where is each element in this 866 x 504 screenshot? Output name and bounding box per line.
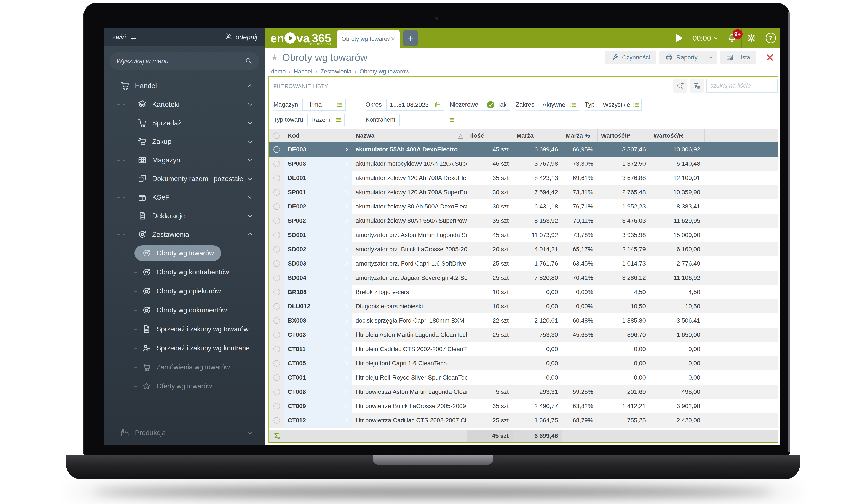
filter-columns-button[interactable]	[690, 79, 704, 93]
sidebar-item-dokumenty-razem-i-pozostałe[interactable]: Dokumenty razem i pozostałe	[104, 169, 265, 188]
new-tab-button[interactable]: +	[403, 30, 418, 46]
table-row[interactable]: CT005 filtr oleju ford Capri 1.6 CleanTe…	[269, 356, 778, 370]
zakres-picker[interactable]: Aktywne	[539, 99, 579, 111]
row-select-cell[interactable]	[269, 342, 284, 356]
table-row[interactable]: SD003 amortyzator prz. Ford Capri 1.6 So…	[269, 256, 778, 271]
sidebar-item-obroty-wg-towarów[interactable]: Obroty wg towarów	[104, 244, 265, 263]
row-select-cell[interactable]	[269, 171, 284, 185]
sidebar-item-sprzedaż[interactable]: Sprzedaż	[104, 114, 265, 132]
row-select-cell[interactable]	[269, 185, 284, 199]
sidebar-item-zakup[interactable]: Zakup	[104, 132, 265, 151]
table-row[interactable]: DE003 akumulator 55Ah 400A DexoElectro 4…	[269, 142, 778, 157]
row-expander[interactable]	[340, 228, 352, 242]
row-expander[interactable]	[340, 385, 352, 399]
tab-obroty-wg-towarow[interactable]: Obroty wg towarów	[337, 30, 400, 48]
sum-icon[interactable]	[269, 430, 284, 442]
column-header-marza[interactable]: Marża	[513, 129, 562, 142]
timer-control[interactable]: 00:00	[689, 28, 722, 48]
row-expander[interactable]	[340, 370, 352, 385]
column-header-wartosc-r[interactable]: Wartość/R	[650, 129, 704, 142]
row-expander[interactable]	[340, 214, 352, 228]
sidebar-item-zestawienia[interactable]: Zestawienia	[104, 225, 265, 244]
unpin-button[interactable]: odepnij	[225, 33, 257, 42]
column-header-nazwa[interactable]: Nazwa△	[352, 129, 467, 142]
row-expander[interactable]	[340, 399, 352, 413]
row-select-cell[interactable]	[269, 228, 284, 242]
row-select-cell[interactable]	[269, 370, 284, 385]
row-select-cell[interactable]	[269, 356, 284, 370]
table-row[interactable]: CT009 filtr powietrza Buick LaCrosse 200…	[269, 399, 778, 413]
sidebar-item-produkcja[interactable]: Produkcja	[104, 423, 265, 442]
row-select-cell[interactable]	[269, 199, 284, 214]
row-expander[interactable]	[340, 285, 352, 299]
row-select-cell[interactable]	[269, 242, 284, 256]
row-select-cell[interactable]	[269, 328, 284, 342]
raporty-dropdown[interactable]	[704, 51, 717, 64]
table-row[interactable]: SD002 amortyzator prz. Buick LaCrosse 20…	[269, 242, 778, 256]
sidebar-item-deklaracje[interactable]: Deklaracje	[104, 207, 265, 225]
table-row[interactable]: SP001 akumulator żelowy 120 Ah 700A Supe…	[269, 185, 778, 199]
raporty-button[interactable]: Raporty	[659, 51, 717, 64]
row-select-cell[interactable]	[269, 299, 284, 313]
sidebar-item-obroty-wg-opiekunów[interactable]: Obroty wg opiekunów	[104, 282, 265, 301]
row-select-cell[interactable]	[269, 142, 284, 157]
row-select-cell[interactable]	[269, 256, 284, 271]
table-row[interactable]: CT003 filtr oleju Aston Martin Lagonda C…	[269, 328, 778, 342]
column-header-ilosc[interactable]: Ilość	[467, 129, 513, 142]
breadcrumb-item[interactable]: Handel	[294, 68, 312, 75]
row-select-cell[interactable]	[269, 413, 284, 427]
help-button[interactable]: ?	[761, 28, 780, 48]
menu-search-box[interactable]	[109, 52, 259, 70]
row-select-cell[interactable]	[269, 285, 284, 299]
row-select-cell[interactable]	[269, 214, 284, 228]
row-expander[interactable]	[340, 342, 352, 356]
magazyn-picker[interactable]: Firma	[302, 99, 346, 111]
sidebar-item-oferty-wg-towarów[interactable]: Oferty wg towarów	[104, 377, 265, 396]
menu-search-input[interactable]	[116, 57, 245, 65]
row-expander[interactable]	[340, 157, 352, 171]
lista-button[interactable]: Lista	[720, 51, 756, 64]
table-row[interactable]: BR108 Brelok z logo e-cars 10 szt 0,00 0…	[269, 285, 778, 299]
table-row[interactable]: CT011 filtr oleju Cadillac CTS 2002-2007…	[269, 342, 778, 356]
advanced-search-button[interactable]	[674, 79, 687, 93]
table-row[interactable]: DŁU012 Długopis e-cars niebieski 10 szt …	[269, 299, 778, 313]
close-view-button[interactable]	[765, 53, 774, 62]
row-expander[interactable]	[340, 171, 352, 185]
column-header-wartosc-p[interactable]: Wartość/P	[598, 129, 650, 142]
column-header-kod[interactable]: Kod	[284, 129, 340, 142]
row-expander[interactable]	[340, 242, 352, 256]
row-select-cell[interactable]	[269, 157, 284, 171]
sidebar-item-handel[interactable]: Handel	[104, 77, 265, 95]
breadcrumb-item[interactable]: demo	[271, 68, 286, 75]
row-expander[interactable]	[340, 199, 352, 214]
row-expander[interactable]	[340, 142, 352, 157]
typ-towaru-picker[interactable]: Razem	[308, 114, 345, 126]
row-expander[interactable]	[340, 299, 352, 313]
row-expander[interactable]	[340, 356, 352, 370]
table-row[interactable]: SD001 amortyzator prz. Aston Martin Lago…	[269, 228, 778, 242]
table-row[interactable]: BX003 docisk sprzęgła Ford Capri 180mm B…	[269, 313, 778, 328]
table-row[interactable]: CT001 filtr oleju Roll-Royce Silver Spur…	[269, 370, 778, 385]
sidebar-item-kartoteki[interactable]: Kartoteki	[104, 95, 265, 114]
sidebar-item-magazyn[interactable]: Magazyn	[104, 151, 265, 169]
play-button[interactable]	[670, 28, 689, 48]
czynnosci-button[interactable]: Czynności	[605, 51, 656, 64]
list-search-input[interactable]	[706, 79, 778, 93]
sidebar-item-obroty-wg-dokumentów[interactable]: Obroty wg dokumentów	[104, 301, 265, 320]
table-row[interactable]: DE002 akumulator żelowy 80 Ah 500A DexoE…	[269, 199, 778, 214]
column-header-marza-pct[interactable]: Marża %	[562, 129, 598, 142]
table-row[interactable]: SP003 akumulator motocyklowy 10Ah 120A S…	[269, 157, 778, 171]
breadcrumb-item[interactable]: Zestawienia	[320, 68, 352, 75]
row-expander[interactable]	[340, 256, 352, 271]
sidebar-item-ksef[interactable]: KSeF	[104, 188, 265, 207]
row-expander[interactable]	[340, 271, 352, 285]
sidebar-item-sprzedaż-i-zakupy-wg-kontrahe-[interactable]: Sprzedaż i zakupy wg kontrahe...	[104, 339, 265, 358]
row-select-cell[interactable]	[269, 271, 284, 285]
sidebar-item-obroty-wg-kontrahentów[interactable]: Obroty wg kontrahentów	[104, 263, 265, 282]
row-expander[interactable]	[340, 413, 352, 427]
row-select-cell[interactable]	[269, 313, 284, 328]
row-expander[interactable]	[340, 185, 352, 199]
kontrahent-input[interactable]	[403, 116, 445, 123]
tab-close-icon[interactable]	[390, 36, 395, 41]
table-row[interactable]: SP002 akumulator żelowy 80Ah 550A SuperP…	[269, 214, 778, 228]
